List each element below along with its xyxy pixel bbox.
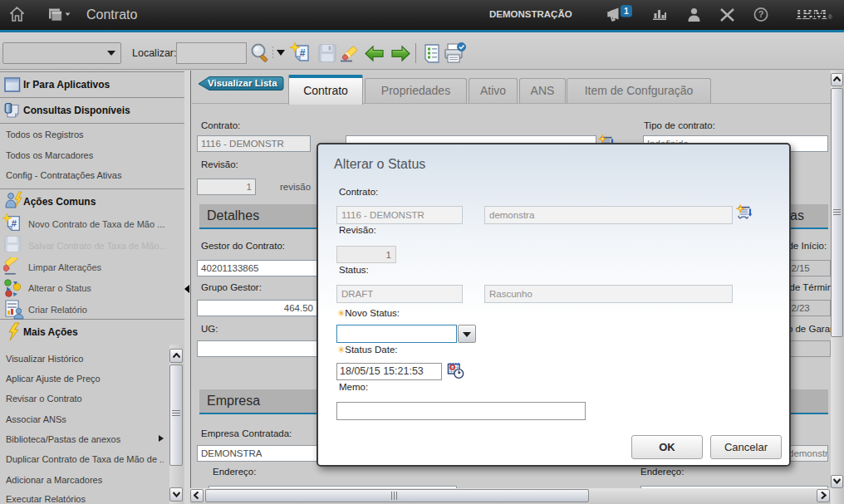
svg-text:Visualizar Lista: Visualizar Lista xyxy=(208,78,277,88)
svg-text:#: # xyxy=(300,47,306,59)
svg-text:#: # xyxy=(12,218,17,228)
svg-text:1: 1 xyxy=(624,6,629,16)
svg-text:?: ? xyxy=(758,9,764,19)
